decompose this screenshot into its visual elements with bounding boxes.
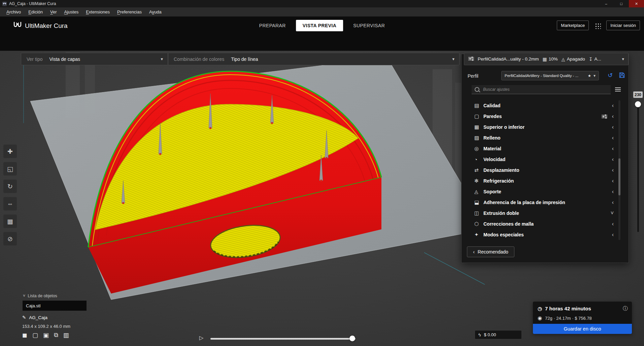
settings-category-superior-o-inferior[interactable]: ▦Superior o inferior‹ (462, 122, 629, 132)
material-usage: 72g · 24.17m · $ 756.78 (545, 316, 592, 321)
save-profile-icon[interactable] (619, 72, 625, 79)
menu-ayuda[interactable]: Ayuda (145, 7, 165, 16)
color-scheme-dropdown[interactable]: Combinación de colores Tipo de línea ▾ (168, 53, 460, 65)
adhesion-icon: ↧ (589, 56, 593, 62)
path-slider-handle[interactable] (349, 336, 355, 341)
print-settings-summary-bar[interactable]: PerfilCalidadA...uality - 0.2mm ▦10% ◬Ap… (464, 53, 629, 65)
view-type-label: Ver tipo (27, 56, 42, 62)
correcciones-de-malla-icon: ⬡ (474, 221, 483, 227)
menu-bar: ArchivoEdiciónVerAjustesExtensionesPrefe… (0, 7, 644, 16)
electricity-cost-box: ϟ $ 0.00 (475, 330, 522, 339)
info-icon[interactable]: ⓘ (623, 305, 628, 312)
per-model-settings-tool[interactable]: ▦ (3, 215, 17, 228)
chevron-down-icon: ˅ (611, 210, 614, 216)
play-simulation-button[interactable]: ▷ (199, 335, 203, 341)
model-dimensions: 153.4 x 109.2 x 46.0 mm (22, 324, 70, 329)
layer-slider-handle[interactable] (635, 101, 641, 107)
search-input[interactable] (482, 87, 608, 92)
per-model-settings-tool-icon: ▦ (7, 218, 13, 225)
material-icon: ◎ (474, 146, 483, 152)
settings-category-paredes[interactable]: ▢Paredes‹ (462, 111, 629, 122)
desplazamiento-icon: ⇄ (474, 167, 483, 173)
chevron-left-icon: ‹ (612, 178, 614, 184)
tab-supervisar[interactable]: SUPERVISAR (346, 20, 392, 31)
adhesion-value: A... (594, 56, 601, 62)
object-list-item[interactable]: Caja.stl (23, 301, 87, 311)
tab-vista-previa[interactable]: VISTA PREVIA (296, 20, 343, 31)
app-header: UltiMaker Cura PREPARARVISTA PREVIASUPER… (0, 16, 644, 51)
profile-dropdown[interactable]: PerfilCalidadArtillery - Standard Qualit… (501, 71, 599, 80)
recommended-mode-button[interactable]: ‹ Recomendado (467, 246, 514, 257)
marketplace-button[interactable]: Marketplace (557, 21, 589, 30)
menu-preferencias[interactable]: Preferencias (113, 7, 145, 16)
view-left-icon[interactable]: ⧉ (54, 332, 58, 339)
object-list-header[interactable]: ˅ Lista de objetos (23, 294, 57, 298)
soporte-icon: ◬ (474, 189, 483, 195)
view-right-icon[interactable]: ▥ (63, 332, 69, 339)
menu-ver[interactable]: Ver (46, 7, 61, 16)
settings-category-modos-especiales[interactable]: ✦Modos especiales‹ (462, 229, 629, 240)
support-value: Apagado (567, 56, 585, 62)
object-file-name: Caja.stl (26, 303, 40, 308)
profile-label: Perfil (468, 73, 478, 79)
mirror-tool[interactable]: ⇔ (3, 197, 17, 210)
chevron-down-icon: ˅ (23, 294, 25, 298)
scrollbar-thumb[interactable] (618, 158, 620, 195)
settings-category-calidad[interactable]: ▤Calidad‹ (462, 100, 629, 111)
reset-profile-icon[interactable]: ↺ (608, 72, 613, 79)
spool-icon: ◉ (538, 315, 542, 321)
settings-category-list: ▤Calidad‹▢Paredes‹▦Superior o inferior‹▨… (462, 100, 629, 240)
settings-category-desplazamiento[interactable]: ⇄Desplazamiento‹ (462, 165, 629, 176)
settings-category-extrusion-doble[interactable]: ◫Extrusión doble˅ (462, 208, 629, 219)
settings-category-material[interactable]: ◎Material‹ (462, 143, 629, 154)
minimize-button[interactable]: – (599, 0, 614, 7)
ultimaker-logo-icon (13, 21, 22, 30)
print-summary-panel: ◷ 7 horas 42 minutos ⓘ ◉ 72g · 24.17m · … (533, 302, 632, 334)
save-to-disk-button[interactable]: Guardar en disco (533, 324, 632, 334)
menu-ajustes[interactable]: Ajustes (61, 7, 82, 16)
support-blocker-tool[interactable]: ⊘ (3, 232, 17, 245)
layer-number-badge: 230 (633, 91, 643, 98)
layer-slider-track[interactable] (637, 107, 639, 232)
chevron-left-icon: ‹ (612, 189, 614, 195)
scale-tool[interactable]: ◱ (3, 162, 17, 176)
chevron-left-icon: ‹ (612, 146, 614, 152)
window-title: AG_Caja - UltiMaker Cura (9, 1, 56, 6)
search-icon (475, 87, 479, 92)
view-3d-icon[interactable]: ◼ (22, 332, 27, 339)
menu-extensiones[interactable]: Extensiones (82, 7, 113, 16)
applications-grid-icon[interactable] (594, 22, 601, 29)
view-type-value: Vista de capas (49, 56, 80, 62)
tab-preparar[interactable]: PREPARAR (252, 20, 293, 31)
close-button[interactable]: ✕ (629, 0, 644, 7)
settings-category-velocidad[interactable]: ◔Velocidad‹ (462, 154, 629, 165)
active-profile-summary: PerfilCalidadA...uality - 0.2mm (478, 56, 539, 62)
settings-search-box[interactable] (472, 85, 611, 94)
settings-category-adherencia-de-la-placa-de-impresion[interactable]: ⬓Adherencia de la placa de impresión‹ (462, 197, 629, 208)
menu-archivo[interactable]: Archivo (3, 7, 25, 16)
maximize-button[interactable]: □ (614, 0, 629, 7)
sign-in-button[interactable]: Iniciar sesión (606, 21, 640, 30)
recommended-label: Recomendado (478, 249, 508, 255)
path-slider-track[interactable] (210, 338, 355, 340)
rotate-tool[interactable]: ↻ (3, 180, 17, 193)
move-tool[interactable]: ✚ (3, 145, 17, 158)
settings-category-soporte[interactable]: ◬Soporte‹ (462, 186, 629, 197)
color-scheme-value: Tipo de línea (231, 56, 258, 62)
modified-settings-icon[interactable] (602, 114, 607, 119)
modos-especiales-icon: ✦ (474, 232, 483, 238)
model-name-row[interactable]: ✎ AG_Caja (22, 315, 47, 320)
chevron-left-icon: ‹ (612, 124, 614, 130)
menu-edicion[interactable]: Edición (25, 7, 46, 16)
view-type-dropdown[interactable]: Ver tipo Vista de capas ▾ (21, 53, 168, 65)
print-settings-panel: Ajustes de impresión ✕ Perfil PerfilCali… (461, 54, 629, 263)
settings-menu-icon[interactable] (615, 89, 621, 90)
settings-category-correcciones-de-malla[interactable]: ⬡Correcciones de malla‹ (462, 219, 629, 229)
settings-category-relleno[interactable]: ▨Relleno‹ (462, 132, 629, 143)
view-front-icon[interactable]: ▢ (32, 332, 38, 339)
tune-sliders-icon (468, 56, 474, 62)
view-top-icon[interactable]: ▣ (43, 332, 49, 339)
infill-value: 10% (549, 56, 558, 62)
velocidad-icon: ◔ (474, 157, 483, 162)
settings-category-refrigeracion[interactable]: ✻Refrigeración‹ (462, 176, 629, 186)
